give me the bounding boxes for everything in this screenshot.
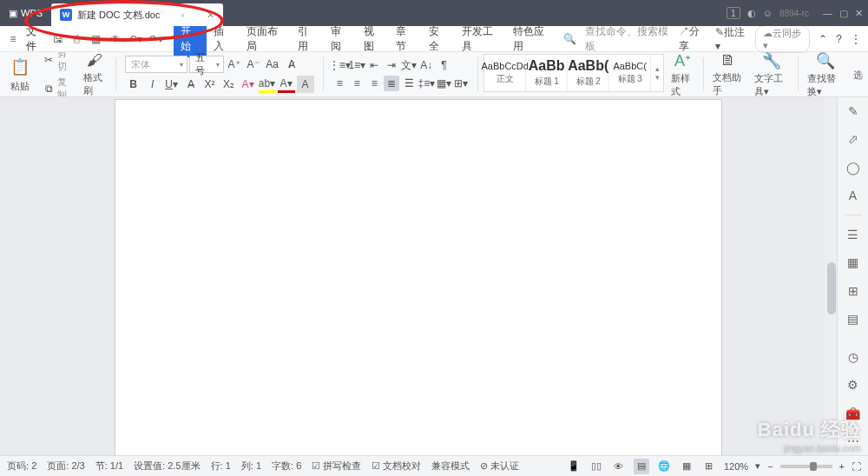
feedback-icon[interactable]: ☺ [763, 8, 773, 18]
file-menu[interactable]: 文件 [26, 24, 44, 54]
undo-icon[interactable]: ↶▾ [128, 32, 142, 46]
maximize-icon[interactable]: ▢ [839, 8, 848, 19]
decrease-indent-icon[interactable]: ⇤ [366, 57, 382, 73]
help-icon[interactable]: ? [836, 33, 842, 45]
view-read-icon[interactable]: 👁 [611, 459, 627, 474]
change-case-icon[interactable]: Aa [264, 56, 281, 73]
style-item-3[interactable]: AaBbC(标题 3 [609, 55, 651, 91]
search-icon[interactable]: 🔍 [563, 33, 576, 45]
auth-status[interactable]: ⊘ 未认证 [480, 459, 519, 473]
more-icon[interactable]: ⋮ [851, 33, 861, 45]
strikethrough-icon[interactable]: A̶ [182, 76, 200, 93]
scrollbar-track[interactable] [825, 97, 837, 455]
select-group[interactable]: 选 [850, 54, 863, 95]
select-tool-icon[interactable]: ⬀ [844, 130, 863, 148]
align-center-icon[interactable]: ≡ [349, 76, 365, 91]
close-icon[interactable]: ✕ [207, 10, 214, 21]
style-item-1[interactable]: AaBb标题 1 [526, 55, 568, 91]
char-shading-icon[interactable]: A [297, 76, 314, 93]
find-replace-group[interactable]: 🔍 查找替换▾ [804, 54, 846, 95]
app-menu-icon[interactable]: ≡ [7, 32, 19, 46]
set-value[interactable]: 设置值: 2.5厘米 [134, 459, 200, 473]
print-preview-icon[interactable]: ▦ [90, 32, 102, 46]
align-right-icon[interactable]: ≡ [366, 76, 382, 91]
text-tools-group[interactable]: 🔧 文字工具▾ [751, 54, 793, 95]
view-book-icon[interactable]: ▯▯ [589, 459, 604, 474]
properties-icon[interactable]: ▦ [844, 254, 863, 271]
settings-icon[interactable]: ⚙ [844, 376, 863, 393]
shading-icon[interactable]: ▦▾ [436, 76, 451, 91]
document-page[interactable] [115, 99, 722, 455]
font-size-select[interactable]: 五号 [189, 56, 224, 73]
superscript-icon[interactable]: X² [201, 76, 219, 93]
sort-icon[interactable]: A↓ [418, 57, 434, 73]
share-button[interactable]: ↗分享 [679, 24, 707, 54]
style-gallery-more[interactable]: ▴▾ [651, 64, 663, 82]
bullets-icon[interactable]: ⋮≡▾ [332, 57, 347, 73]
underline-icon[interactable]: U▾ [163, 76, 181, 93]
more-tools-icon[interactable]: ⋯ [844, 433, 863, 450]
copy-icon[interactable]: ⧉ [42, 80, 56, 97]
thumbnails-icon[interactable]: ⊞ [844, 282, 863, 300]
redo-icon[interactable]: ↷▾ [149, 32, 163, 46]
close-window-icon[interactable]: ✕ [855, 8, 863, 19]
annotate-button[interactable]: ✎批注▾ [715, 25, 746, 52]
align-left-icon[interactable]: ≡ [332, 76, 347, 91]
save-icon[interactable]: 🖫 [51, 32, 63, 46]
zoom-out-icon[interactable]: − [767, 461, 773, 472]
cut-icon[interactable]: ✂ [42, 52, 56, 69]
style-item-2[interactable]: AaBb(标题 2 [568, 55, 609, 91]
zoom-in-icon[interactable]: + [839, 461, 845, 472]
decrease-font-icon[interactable]: A⁻ [245, 56, 262, 73]
preview-icon[interactable]: 👁 [109, 32, 122, 46]
borders-icon[interactable]: ⊞▾ [453, 76, 469, 91]
align-justify-icon[interactable]: ≣ [384, 76, 399, 91]
clear-format-icon[interactable]: A̷ [283, 56, 300, 73]
style-item-0[interactable]: AaBbCcDd正文 [484, 55, 526, 91]
spellcheck-toggle[interactable]: ☑ 拼写检查 [312, 459, 361, 473]
paste-group[interactable]: 📋 粘贴 [5, 54, 35, 95]
chars[interactable]: 字数: 6 [272, 459, 301, 473]
font-color-icon[interactable]: A▾ [278, 76, 295, 93]
view-print-icon[interactable]: ▤ [634, 459, 649, 474]
view-grid-icon[interactable]: ⊞ [701, 459, 717, 474]
increase-indent-icon[interactable]: ⇥ [384, 57, 399, 73]
bold-icon[interactable]: B [125, 76, 142, 93]
shapes-icon[interactable]: ◯ [844, 159, 863, 176]
line-spacing-icon[interactable]: ‡≡▾ [418, 76, 434, 91]
subscript-icon[interactable]: X₂ [220, 76, 238, 93]
scrollbar-thumb[interactable] [827, 262, 836, 314]
text-annotation-icon[interactable]: A [844, 187, 863, 204]
cloud-sync-button[interactable]: ☁云同步▾ [755, 25, 810, 53]
align-distribute-icon[interactable]: ☰ [401, 76, 417, 91]
show-marks-icon[interactable]: ¶ [436, 57, 451, 73]
outline-icon[interactable]: ☰ [844, 226, 863, 243]
increase-font-icon[interactable]: A⁺ [226, 56, 243, 73]
document-tab[interactable]: W 新建 DOC 文档.doc ▫ ✕ [51, 3, 223, 26]
collapse-ribbon-icon[interactable]: ⌃ [819, 33, 827, 45]
zoom-slider[interactable] [780, 465, 832, 468]
minimize-icon[interactable]: — [823, 8, 832, 18]
section[interactable]: 节: 1/1 [95, 459, 123, 473]
doc-helper-group[interactable]: 🗎 文档助手 [709, 54, 747, 95]
format-painter-group[interactable]: 🖌 格式刷 [80, 54, 110, 95]
text-direction-icon[interactable]: 文▾ [401, 57, 417, 73]
tab-overflow-icon[interactable]: ▫ [181, 10, 184, 20]
doc-proof-toggle[interactable]: ☑ 文档校对 [372, 459, 421, 473]
toolbox-icon[interactable]: 🧰 [844, 405, 863, 422]
pages[interactable]: 页面: 2/3 [47, 459, 84, 473]
view-outline-icon[interactable]: ▦ [679, 459, 694, 474]
pencil-icon[interactable]: ✎ [844, 102, 863, 120]
col[interactable]: 列: 1 [241, 459, 261, 473]
fullscreen-icon[interactable]: ⛶ [852, 461, 861, 472]
highlight-icon[interactable]: ab▾ [259, 76, 276, 93]
text-effect-icon[interactable]: A▾ [240, 76, 257, 93]
italic-icon[interactable]: I [144, 76, 161, 93]
font-name-select[interactable]: 宋体 [125, 56, 187, 73]
view-phone-icon[interactable]: 📱 [566, 459, 582, 474]
print-icon[interactable]: ⎙ [71, 32, 83, 46]
new-style-group[interactable]: Aᐩ 新样式 [667, 54, 698, 95]
skin-icon[interactable]: ◐ [747, 8, 756, 19]
page-no[interactable]: 页码: 2 [7, 459, 36, 473]
layers-icon[interactable]: ▤ [844, 310, 863, 327]
